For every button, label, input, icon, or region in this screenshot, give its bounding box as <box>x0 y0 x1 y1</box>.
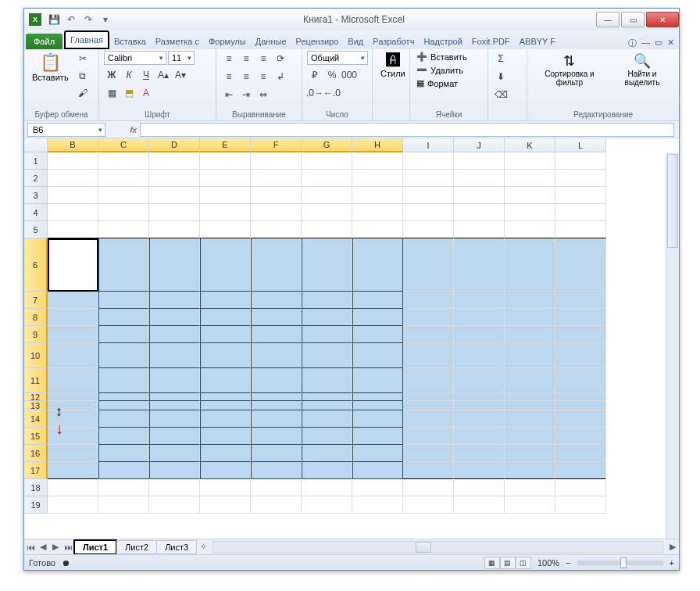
cell-G12[interactable] <box>302 393 352 401</box>
cell-E3[interactable] <box>200 187 251 204</box>
thousands-icon[interactable]: 000 <box>341 67 357 83</box>
tab-nav-prev-icon[interactable]: ◀ <box>37 542 49 552</box>
col-header-L[interactable]: L <box>555 138 606 152</box>
cell-I6[interactable] <box>403 238 454 292</box>
tab-insert[interactable]: Вставка <box>109 34 151 49</box>
cell-F16[interactable] <box>251 445 302 462</box>
cell-I16[interactable] <box>403 445 454 462</box>
col-header-K[interactable]: K <box>505 138 555 152</box>
cell-H7[interactable] <box>352 292 403 309</box>
row-header-12[interactable]: 12 <box>24 393 48 401</box>
cell-H10[interactable] <box>352 343 403 368</box>
cell-K3[interactable] <box>505 187 555 204</box>
cell-L2[interactable] <box>555 170 606 187</box>
cell-D2[interactable] <box>149 170 200 187</box>
row-header-8[interactable]: 8 <box>24 309 48 326</box>
cell-I5[interactable] <box>403 221 454 238</box>
cell-H4[interactable] <box>352 204 403 221</box>
autosum-icon[interactable]: Σ <box>493 51 509 66</box>
cell-C14[interactable] <box>98 410 149 428</box>
cell-I17[interactable] <box>403 462 454 479</box>
cell-F17[interactable] <box>251 462 302 479</box>
row-header-3[interactable]: 3 <box>24 187 48 204</box>
tab-addins[interactable]: Надстрой <box>419 34 466 49</box>
cell-C19[interactable] <box>98 496 149 514</box>
cells-insert-button[interactable]: ➕Вставить <box>415 51 469 63</box>
paste-button[interactable]: 📋 Вставить <box>29 51 72 84</box>
merge-icon[interactable]: ⇔ <box>255 87 271 102</box>
cell-B4[interactable] <box>48 204 98 221</box>
align-top-icon[interactable]: ≡ <box>221 51 237 66</box>
cell-D9[interactable] <box>149 326 200 343</box>
cell-E16[interactable] <box>200 445 251 462</box>
new-sheet-icon[interactable]: ✧ <box>197 542 209 552</box>
cell-B5[interactable] <box>48 221 98 238</box>
cell-L5[interactable] <box>555 221 606 238</box>
font-color-icon[interactable]: A <box>138 85 154 101</box>
save-icon[interactable]: 💾 <box>46 12 62 27</box>
indent-dec-icon[interactable]: ⇤ <box>221 87 237 102</box>
cell-H16[interactable] <box>352 445 403 462</box>
cell-D5[interactable] <box>149 221 200 238</box>
undo-icon[interactable]: ↶ <box>63 12 79 27</box>
cell-B14[interactable] <box>48 410 98 428</box>
align-center-icon[interactable]: ≡ <box>238 69 254 84</box>
cell-B8[interactable] <box>48 309 98 326</box>
cell-J14[interactable] <box>454 410 505 428</box>
dec-dec-icon[interactable]: ←.0 <box>324 85 340 101</box>
underline-button[interactable]: Ч <box>138 67 154 83</box>
col-header-J[interactable]: J <box>454 138 505 152</box>
sheet-tab-2[interactable]: Лист2 <box>116 540 157 554</box>
dec-inc-icon[interactable]: .0→ <box>307 85 323 101</box>
cell-J15[interactable] <box>454 428 505 445</box>
tab-data[interactable]: Данные <box>251 34 291 49</box>
cells-delete-button[interactable]: ➖Удалить <box>415 64 465 76</box>
cell-G14[interactable] <box>302 410 352 428</box>
cell-I2[interactable] <box>403 170 454 187</box>
tab-layout[interactable]: Разметка с <box>151 34 204 49</box>
cell-K13[interactable] <box>505 401 555 410</box>
cell-I11[interactable] <box>403 368 454 393</box>
cell-D11[interactable] <box>149 368 200 393</box>
cell-F9[interactable] <box>251 326 302 343</box>
cell-G13[interactable] <box>302 401 352 410</box>
cell-B10[interactable] <box>48 343 98 368</box>
cell-I14[interactable] <box>403 410 454 428</box>
cell-K6[interactable] <box>505 238 555 292</box>
cut-icon[interactable]: ✂ <box>75 51 91 66</box>
cell-J11[interactable] <box>454 368 505 393</box>
row-header-6[interactable]: 6 <box>24 238 48 292</box>
cell-J13[interactable] <box>454 401 505 410</box>
row-header-14[interactable]: 14 <box>24 410 48 428</box>
cell-E17[interactable] <box>200 462 251 479</box>
cell-F15[interactable] <box>251 428 302 445</box>
cell-F5[interactable] <box>251 221 302 238</box>
cell-J8[interactable] <box>454 309 505 326</box>
cell-E11[interactable] <box>200 368 251 393</box>
cell-B18[interactable] <box>48 479 98 496</box>
cell-F11[interactable] <box>251 368 302 393</box>
horizontal-scrollbar[interactable] <box>212 541 663 553</box>
cell-K11[interactable] <box>505 368 555 393</box>
cell-C13[interactable] <box>98 401 149 410</box>
row-header-15[interactable]: 15 <box>24 428 48 445</box>
cell-B19[interactable] <box>48 496 98 514</box>
cell-F8[interactable] <box>251 309 302 326</box>
cell-J5[interactable] <box>454 221 505 238</box>
cell-I4[interactable] <box>403 204 454 221</box>
col-header-C[interactable]: C <box>98 138 149 152</box>
cell-K8[interactable] <box>505 309 555 326</box>
align-right-icon[interactable]: ≡ <box>255 69 271 84</box>
fx-icon[interactable]: fx <box>109 125 140 134</box>
cell-D13[interactable] <box>149 401 200 410</box>
macro-record-icon[interactable]: ⏺ <box>62 558 70 568</box>
number-format-combo[interactable]: Общий <box>307 51 368 65</box>
cell-C18[interactable] <box>98 479 149 496</box>
cell-L8[interactable] <box>555 309 606 326</box>
zoom-slider[interactable] <box>577 561 663 565</box>
cell-B3[interactable] <box>48 187 98 204</box>
cell-H11[interactable] <box>352 368 403 393</box>
cell-B15[interactable] <box>48 428 98 445</box>
cell-K19[interactable] <box>505 496 555 514</box>
cell-G6[interactable] <box>302 238 352 292</box>
